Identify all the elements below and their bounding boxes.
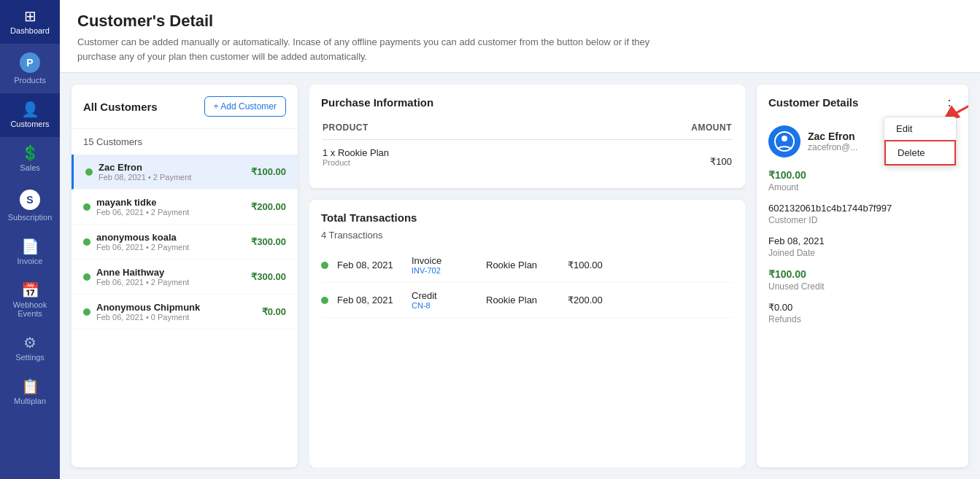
profile-email: zacefron@... [808,142,857,152]
customers-panel-title: All Customers [83,101,158,113]
more-options-button[interactable]: ⋮ [942,97,957,113]
sidebar-item-label: Settings [15,353,45,362]
sidebar-item-label: Dashboard [10,26,50,35]
list-item: Feb 08, 2021 Credit CN-8 Rookie Plan ₹20… [321,283,733,318]
delete-menu-item[interactable]: Delete [884,140,956,165]
customer-name: anonymous koala [96,232,189,243]
sidebar-item-subscription[interactable]: S Subscription [0,181,60,230]
transaction-plan: Rookie Plan [486,260,559,270]
header: Customer's Detail Customer can be added … [60,0,980,73]
customer-name: Zac Efron [99,162,191,173]
sidebar-item-products[interactable]: P Products [0,44,60,93]
purchase-table: PRODUCT AMOUNT 1 x Rookie Plan Product ₹… [321,119,733,176]
customer-amount: ₹100.00 [251,166,286,177]
sidebar-item-invoice[interactable]: 📄 Invoice [0,230,60,274]
webhook-icon: 📅 [21,283,39,297]
sidebar-item-dashboard[interactable]: ⊞ Dashboard [0,0,60,44]
transaction-date: Feb 08, 2021 [337,260,403,270]
sidebar-item-label: Multiplan [14,397,46,405]
customer-meta: Feb 06, 2021 • 2 Payment [96,243,189,252]
customer-name: mayank tidke [96,197,189,208]
customer-meta: Feb 06, 2021 • 0 Payment [96,313,200,322]
customer-id-value: 602132061b1c4b1744b7f997 [768,203,957,214]
sidebar-item-settings[interactable]: ⚙ Settings [0,327,60,370]
refunds-detail: ₹0.00 Refunds [768,302,957,324]
refunds-value: ₹0.00 [768,302,957,313]
amount-label: Amount [768,182,957,192]
unused-credit-value: ₹100.00 [768,268,957,280]
customer-left: Anonymous Chipmunk Feb 06, 2021 • 0 Paym… [83,302,200,322]
content-area: All Customers + Add Customer 15 Customer… [60,73,980,479]
customer-id-label: Customer ID [768,215,957,225]
customer-left: Anne Haithway Feb 06, 2021 • 2 Payment [83,267,189,287]
customers-list: Zac Efron Feb 08, 2021 • 2 Payment ₹100.… [72,155,298,467]
active-dot [83,203,90,211]
customer-meta: Feb 06, 2021 • 2 Payment [96,278,189,287]
unused-credit-label: Unused Credit [768,281,957,292]
multiplan-icon: 📋 [21,379,39,394]
page-description: Customer can be added manually or automa… [77,35,661,63]
customer-left: mayank tidke Feb 06, 2021 • 2 Payment [83,197,189,217]
svg-point-2 [782,136,787,141]
settings-icon: ⚙ [23,335,36,350]
sidebar-item-multiplan[interactable]: 📋 Multiplan [0,370,60,414]
customer-id-detail: 602132061b1c4b1744b7f997 Customer ID [768,203,957,225]
table-row[interactable]: Zac Efron Feb 08, 2021 • 2 Payment ₹100.… [72,155,298,190]
table-row[interactable]: Anonymous Chipmunk Feb 06, 2021 • 0 Paym… [72,295,298,330]
transaction-type-label: Credit [412,290,477,301]
col-amount: AMOUNT [691,122,732,133]
sidebar-item-webhook[interactable]: 📅 Webhook Events [0,274,60,327]
customers-icon: 👤 [21,102,39,117]
details-title: Customer Details [768,96,858,109]
add-customer-button[interactable]: + Add Customer [204,96,286,117]
table-row[interactable]: Anne Haithway Feb 06, 2021 • 2 Payment ₹… [72,260,298,295]
purchase-panel-title: Purchase Information [321,96,733,109]
active-dot [83,238,90,246]
transaction-date: Feb 08, 2021 [337,295,403,305]
table-row[interactable]: mayank tidke Feb 06, 2021 • 2 Payment ₹2… [72,190,298,225]
customer-left: anonymous koala Feb 06, 2021 • 2 Payment [83,232,189,252]
customer-amount: ₹200.00 [251,201,286,212]
sidebar-item-label: Customers [10,120,49,128]
transactions-title: Total Transactions [321,211,733,224]
transaction-amount: ₹100.00 [568,260,603,270]
sales-icon: 💲 [21,146,39,160]
customers-panel-header: All Customers + Add Customer [72,85,298,129]
middle-panel: Purchase Information PRODUCT AMOUNT 1 x … [309,85,745,467]
sidebar-item-customers[interactable]: 👤 Customers [0,93,60,137]
product-amount: ₹100 [710,156,732,167]
transactions-list: Feb 08, 2021 Invoice INV-702 Rookie Plan… [321,248,733,456]
avatar [768,125,800,157]
invoice-icon: 📄 [21,239,39,254]
transaction-type: Invoice INV-702 [412,255,477,275]
active-dot [83,308,90,316]
joined-date-value: Feb 08, 2021 [768,235,957,246]
table-row[interactable]: anonymous koala Feb 06, 2021 • 2 Payment… [72,225,298,260]
amount-value: ₹100.00 [768,169,957,181]
transaction-type: Credit CN-8 [412,290,477,310]
sidebar-item-sales[interactable]: 💲 Sales [0,137,60,181]
subscription-icon: S [20,190,40,210]
sidebar-item-label: Products [14,76,45,85]
joined-date-detail: Feb 08, 2021 Joined Date [768,235,957,258]
dropdown-menu: Edit Delete [884,117,957,166]
customer-info: Anne Haithway Feb 06, 2021 • 2 Payment [96,267,189,287]
customer-info: Anonymous Chipmunk Feb 06, 2021 • 0 Paym… [96,302,200,322]
sidebar-item-label: Invoice [18,257,43,265]
avatar-icon [774,131,795,152]
customers-panel: All Customers + Add Customer 15 Customer… [72,85,298,467]
customer-amount: ₹300.00 [251,236,286,247]
transaction-credit-id[interactable]: CN-8 [412,301,477,310]
sidebar-item-label: Sales [20,163,40,172]
active-dot [85,168,93,176]
profile-info: Zac Efron zacefron@... [808,131,857,152]
edit-menu-item[interactable]: Edit [884,117,956,140]
customer-left: Zac Efron Feb 08, 2021 • 2 Payment [85,162,191,182]
transactions-count: 4 Transactions [321,230,733,241]
customer-details-panel: Customer Details ⋮ Edit Delete [757,85,968,467]
customer-amount: ₹0.00 [262,306,286,317]
transaction-invoice-id[interactable]: INV-702 [412,266,477,275]
customers-count: 15 Customers [72,129,298,155]
details-header: Customer Details ⋮ Edit Delete [768,96,957,114]
col-product: PRODUCT [323,122,369,133]
